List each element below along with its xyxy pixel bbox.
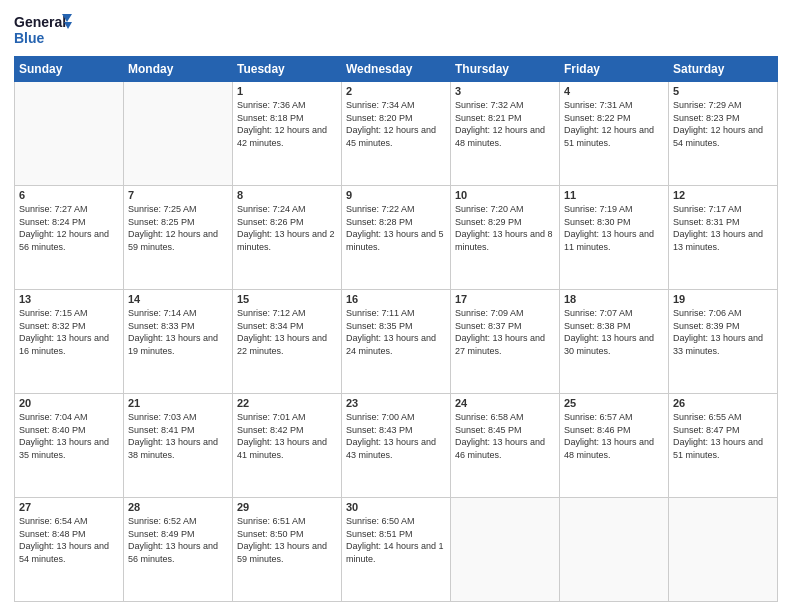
day-number: 29 xyxy=(237,501,337,513)
day-number: 11 xyxy=(564,189,664,201)
calendar-cell: 19Sunrise: 7:06 AM Sunset: 8:39 PM Dayli… xyxy=(669,290,778,394)
calendar-cell xyxy=(124,82,233,186)
day-info: Sunrise: 7:27 AM Sunset: 8:24 PM Dayligh… xyxy=(19,203,119,253)
day-info: Sunrise: 6:57 AM Sunset: 8:46 PM Dayligh… xyxy=(564,411,664,461)
calendar-cell: 2Sunrise: 7:34 AM Sunset: 8:20 PM Daylig… xyxy=(342,82,451,186)
day-info: Sunrise: 7:06 AM Sunset: 8:39 PM Dayligh… xyxy=(673,307,773,357)
day-number: 12 xyxy=(673,189,773,201)
day-number: 6 xyxy=(19,189,119,201)
day-info: Sunrise: 7:22 AM Sunset: 8:28 PM Dayligh… xyxy=(346,203,446,253)
day-info: Sunrise: 7:25 AM Sunset: 8:25 PM Dayligh… xyxy=(128,203,228,253)
calendar-cell: 18Sunrise: 7:07 AM Sunset: 8:38 PM Dayli… xyxy=(560,290,669,394)
day-number: 26 xyxy=(673,397,773,409)
day-number: 1 xyxy=(237,85,337,97)
day-number: 28 xyxy=(128,501,228,513)
calendar-cell: 15Sunrise: 7:12 AM Sunset: 8:34 PM Dayli… xyxy=(233,290,342,394)
day-info: Sunrise: 7:31 AM Sunset: 8:22 PM Dayligh… xyxy=(564,99,664,149)
day-number: 3 xyxy=(455,85,555,97)
day-info: Sunrise: 6:55 AM Sunset: 8:47 PM Dayligh… xyxy=(673,411,773,461)
day-number: 9 xyxy=(346,189,446,201)
day-number: 30 xyxy=(346,501,446,513)
day-info: Sunrise: 6:52 AM Sunset: 8:49 PM Dayligh… xyxy=(128,515,228,565)
calendar-cell: 25Sunrise: 6:57 AM Sunset: 8:46 PM Dayli… xyxy=(560,394,669,498)
day-info: Sunrise: 7:03 AM Sunset: 8:41 PM Dayligh… xyxy=(128,411,228,461)
calendar-cell: 21Sunrise: 7:03 AM Sunset: 8:41 PM Dayli… xyxy=(124,394,233,498)
day-info: Sunrise: 7:19 AM Sunset: 8:30 PM Dayligh… xyxy=(564,203,664,253)
calendar-cell: 8Sunrise: 7:24 AM Sunset: 8:26 PM Daylig… xyxy=(233,186,342,290)
calendar-table: SundayMondayTuesdayWednesdayThursdayFrid… xyxy=(14,56,778,602)
day-info: Sunrise: 6:51 AM Sunset: 8:50 PM Dayligh… xyxy=(237,515,337,565)
day-header-thursday: Thursday xyxy=(451,57,560,82)
calendar-cell: 22Sunrise: 7:01 AM Sunset: 8:42 PM Dayli… xyxy=(233,394,342,498)
day-number: 10 xyxy=(455,189,555,201)
day-info: Sunrise: 7:00 AM Sunset: 8:43 PM Dayligh… xyxy=(346,411,446,461)
day-number: 2 xyxy=(346,85,446,97)
day-info: Sunrise: 7:14 AM Sunset: 8:33 PM Dayligh… xyxy=(128,307,228,357)
day-number: 18 xyxy=(564,293,664,305)
day-info: Sunrise: 6:50 AM Sunset: 8:51 PM Dayligh… xyxy=(346,515,446,565)
calendar-cell: 17Sunrise: 7:09 AM Sunset: 8:37 PM Dayli… xyxy=(451,290,560,394)
day-number: 25 xyxy=(564,397,664,409)
day-number: 7 xyxy=(128,189,228,201)
calendar-cell: 29Sunrise: 6:51 AM Sunset: 8:50 PM Dayli… xyxy=(233,498,342,602)
day-number: 21 xyxy=(128,397,228,409)
day-number: 19 xyxy=(673,293,773,305)
calendar-cell: 30Sunrise: 6:50 AM Sunset: 8:51 PM Dayli… xyxy=(342,498,451,602)
calendar-header-row: SundayMondayTuesdayWednesdayThursdayFrid… xyxy=(15,57,778,82)
calendar-cell xyxy=(451,498,560,602)
calendar-cell: 6Sunrise: 7:27 AM Sunset: 8:24 PM Daylig… xyxy=(15,186,124,290)
day-info: Sunrise: 7:29 AM Sunset: 8:23 PM Dayligh… xyxy=(673,99,773,149)
calendar-cell: 16Sunrise: 7:11 AM Sunset: 8:35 PM Dayli… xyxy=(342,290,451,394)
day-number: 14 xyxy=(128,293,228,305)
day-info: Sunrise: 7:36 AM Sunset: 8:18 PM Dayligh… xyxy=(237,99,337,149)
calendar-cell: 11Sunrise: 7:19 AM Sunset: 8:30 PM Dayli… xyxy=(560,186,669,290)
day-info: Sunrise: 7:20 AM Sunset: 8:29 PM Dayligh… xyxy=(455,203,555,253)
calendar-cell: 9Sunrise: 7:22 AM Sunset: 8:28 PM Daylig… xyxy=(342,186,451,290)
calendar-cell: 7Sunrise: 7:25 AM Sunset: 8:25 PM Daylig… xyxy=(124,186,233,290)
day-info: Sunrise: 7:34 AM Sunset: 8:20 PM Dayligh… xyxy=(346,99,446,149)
day-number: 5 xyxy=(673,85,773,97)
calendar-cell: 3Sunrise: 7:32 AM Sunset: 8:21 PM Daylig… xyxy=(451,82,560,186)
day-header-wednesday: Wednesday xyxy=(342,57,451,82)
calendar-cell: 5Sunrise: 7:29 AM Sunset: 8:23 PM Daylig… xyxy=(669,82,778,186)
day-info: Sunrise: 6:58 AM Sunset: 8:45 PM Dayligh… xyxy=(455,411,555,461)
logo-svg: GeneralBlue xyxy=(14,10,74,50)
calendar-cell xyxy=(560,498,669,602)
day-number: 16 xyxy=(346,293,446,305)
day-info: Sunrise: 7:07 AM Sunset: 8:38 PM Dayligh… xyxy=(564,307,664,357)
day-info: Sunrise: 7:15 AM Sunset: 8:32 PM Dayligh… xyxy=(19,307,119,357)
day-number: 20 xyxy=(19,397,119,409)
day-number: 22 xyxy=(237,397,337,409)
calendar-cell xyxy=(669,498,778,602)
calendar-cell: 12Sunrise: 7:17 AM Sunset: 8:31 PM Dayli… xyxy=(669,186,778,290)
day-number: 27 xyxy=(19,501,119,513)
day-info: Sunrise: 6:54 AM Sunset: 8:48 PM Dayligh… xyxy=(19,515,119,565)
page: GeneralBlue SundayMondayTuesdayWednesday… xyxy=(0,0,792,612)
calendar-cell: 10Sunrise: 7:20 AM Sunset: 8:29 PM Dayli… xyxy=(451,186,560,290)
day-info: Sunrise: 7:17 AM Sunset: 8:31 PM Dayligh… xyxy=(673,203,773,253)
calendar-cell: 13Sunrise: 7:15 AM Sunset: 8:32 PM Dayli… xyxy=(15,290,124,394)
calendar-cell: 24Sunrise: 6:58 AM Sunset: 8:45 PM Dayli… xyxy=(451,394,560,498)
day-info: Sunrise: 7:24 AM Sunset: 8:26 PM Dayligh… xyxy=(237,203,337,253)
day-header-monday: Monday xyxy=(124,57,233,82)
day-info: Sunrise: 7:12 AM Sunset: 8:34 PM Dayligh… xyxy=(237,307,337,357)
calendar-cell: 4Sunrise: 7:31 AM Sunset: 8:22 PM Daylig… xyxy=(560,82,669,186)
calendar-cell: 14Sunrise: 7:14 AM Sunset: 8:33 PM Dayli… xyxy=(124,290,233,394)
day-number: 17 xyxy=(455,293,555,305)
day-number: 4 xyxy=(564,85,664,97)
day-number: 23 xyxy=(346,397,446,409)
day-number: 15 xyxy=(237,293,337,305)
day-header-saturday: Saturday xyxy=(669,57,778,82)
svg-text:Blue: Blue xyxy=(14,30,45,46)
day-number: 24 xyxy=(455,397,555,409)
calendar-cell: 27Sunrise: 6:54 AM Sunset: 8:48 PM Dayli… xyxy=(15,498,124,602)
logo: GeneralBlue xyxy=(14,10,74,50)
day-number: 8 xyxy=(237,189,337,201)
calendar-cell: 23Sunrise: 7:00 AM Sunset: 8:43 PM Dayli… xyxy=(342,394,451,498)
day-info: Sunrise: 7:32 AM Sunset: 8:21 PM Dayligh… xyxy=(455,99,555,149)
day-info: Sunrise: 7:01 AM Sunset: 8:42 PM Dayligh… xyxy=(237,411,337,461)
day-info: Sunrise: 7:04 AM Sunset: 8:40 PM Dayligh… xyxy=(19,411,119,461)
calendar-cell: 28Sunrise: 6:52 AM Sunset: 8:49 PM Dayli… xyxy=(124,498,233,602)
calendar-cell: 26Sunrise: 6:55 AM Sunset: 8:47 PM Dayli… xyxy=(669,394,778,498)
day-header-tuesday: Tuesday xyxy=(233,57,342,82)
